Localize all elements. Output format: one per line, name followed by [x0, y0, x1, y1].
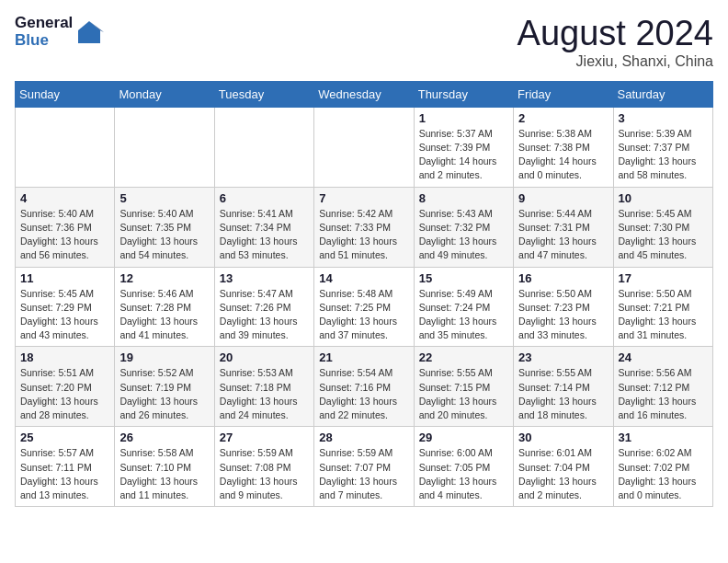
calendar-cell: 25Sunrise: 5:57 AMSunset: 7:11 PMDayligh… — [16, 427, 115, 507]
day-info: Sunrise: 5:42 AMSunset: 7:33 PMDaylight:… — [319, 207, 408, 263]
day-info: Sunrise: 5:58 AMSunset: 7:10 PMDaylight:… — [119, 446, 209, 502]
day-number: 27 — [220, 431, 309, 444]
calendar-cell: 12Sunrise: 5:46 AMSunset: 7:28 PMDayligh… — [115, 267, 214, 347]
day-number: 2 — [518, 111, 608, 125]
day-info: Sunrise: 5:45 AMSunset: 7:29 PMDaylight:… — [20, 287, 109, 343]
calendar-cell: 22Sunrise: 5:55 AMSunset: 7:15 PMDayligh… — [414, 347, 513, 427]
day-info: Sunrise: 5:47 AMSunset: 7:26 PMDaylight:… — [220, 287, 309, 343]
calendar-cell: 24Sunrise: 5:56 AMSunset: 7:12 PMDayligh… — [613, 347, 712, 427]
calendar-week-5: 25Sunrise: 5:57 AMSunset: 7:11 PMDayligh… — [16, 427, 713, 507]
day-info: Sunrise: 5:49 AMSunset: 7:24 PMDaylight:… — [419, 287, 508, 343]
day-number: 13 — [220, 271, 309, 285]
page-wrapper: General Blue August 2024 Jiexiu, Shanxi,… — [15, 15, 713, 507]
col-thursday: Thursday — [414, 81, 513, 107]
day-number: 4 — [20, 191, 109, 205]
day-number: 14 — [319, 271, 408, 285]
day-info: Sunrise: 5:40 AMSunset: 7:36 PMDaylight:… — [20, 207, 109, 263]
day-number: 15 — [419, 271, 508, 285]
calendar-header-row: Sunday Monday Tuesday Wednesday Thursday… — [16, 81, 713, 107]
day-number: 24 — [619, 350, 708, 364]
day-number: 21 — [319, 350, 408, 364]
day-number: 1 — [419, 111, 508, 125]
day-info: Sunrise: 5:41 AMSunset: 7:34 PMDaylight:… — [220, 207, 309, 263]
calendar-cell: 30Sunrise: 6:01 AMSunset: 7:04 PMDayligh… — [514, 427, 613, 507]
calendar-cell: 6Sunrise: 5:41 AMSunset: 7:34 PMDaylight… — [214, 187, 313, 267]
calendar-cell: 5Sunrise: 5:40 AMSunset: 7:35 PMDaylight… — [115, 187, 214, 267]
logo-icon — [74, 17, 104, 47]
day-number: 31 — [619, 431, 708, 444]
day-info: Sunrise: 6:00 AMSunset: 7:05 PMDaylight:… — [419, 446, 508, 502]
day-number: 20 — [220, 350, 309, 364]
day-info: Sunrise: 5:59 AMSunset: 7:07 PMDaylight:… — [319, 446, 408, 502]
calendar-cell: 20Sunrise: 5:53 AMSunset: 7:18 PMDayligh… — [214, 347, 313, 427]
month-title: August 2024 — [518, 15, 713, 53]
calendar-cell: 19Sunrise: 5:52 AMSunset: 7:19 PMDayligh… — [115, 347, 214, 427]
day-number: 8 — [419, 191, 508, 205]
calendar-week-3: 11Sunrise: 5:45 AMSunset: 7:29 PMDayligh… — [16, 267, 713, 347]
day-number: 18 — [20, 350, 109, 364]
col-sunday: Sunday — [16, 81, 115, 107]
day-info: Sunrise: 5:54 AMSunset: 7:16 PMDaylight:… — [319, 366, 408, 422]
day-number: 25 — [20, 431, 109, 444]
calendar-week-1: 1Sunrise: 5:37 AMSunset: 7:39 PMDaylight… — [16, 107, 713, 187]
calendar-cell: 23Sunrise: 5:55 AMSunset: 7:14 PMDayligh… — [514, 347, 613, 427]
calendar-cell — [314, 107, 414, 187]
calendar-cell: 11Sunrise: 5:45 AMSunset: 7:29 PMDayligh… — [16, 267, 115, 347]
day-info: Sunrise: 5:50 AMSunset: 7:23 PMDaylight:… — [518, 287, 608, 343]
day-number: 22 — [419, 350, 508, 364]
calendar-cell: 4Sunrise: 5:40 AMSunset: 7:36 PMDaylight… — [16, 187, 115, 267]
day-info: Sunrise: 5:44 AMSunset: 7:31 PMDaylight:… — [518, 207, 608, 263]
day-info: Sunrise: 5:39 AMSunset: 7:37 PMDaylight:… — [619, 127, 708, 183]
calendar: Sunday Monday Tuesday Wednesday Thursday… — [15, 81, 713, 507]
day-number: 6 — [220, 191, 309, 205]
calendar-cell: 14Sunrise: 5:48 AMSunset: 7:25 PMDayligh… — [314, 267, 414, 347]
day-number: 5 — [119, 191, 209, 205]
day-number: 7 — [319, 191, 408, 205]
calendar-cell: 16Sunrise: 5:50 AMSunset: 7:23 PMDayligh… — [514, 267, 613, 347]
day-number: 16 — [518, 271, 608, 285]
day-number: 29 — [419, 431, 508, 444]
day-number: 30 — [518, 431, 608, 444]
calendar-cell: 28Sunrise: 5:59 AMSunset: 7:07 PMDayligh… — [314, 427, 414, 507]
calendar-cell: 13Sunrise: 5:47 AMSunset: 7:26 PMDayligh… — [214, 267, 313, 347]
day-number: 11 — [20, 271, 109, 285]
logo: General Blue — [15, 15, 104, 49]
calendar-cell: 1Sunrise: 5:37 AMSunset: 7:39 PMDaylight… — [414, 107, 513, 187]
day-info: Sunrise: 5:55 AMSunset: 7:15 PMDaylight:… — [419, 366, 508, 422]
day-info: Sunrise: 5:59 AMSunset: 7:08 PMDaylight:… — [220, 446, 309, 502]
calendar-cell: 8Sunrise: 5:43 AMSunset: 7:32 PMDaylight… — [414, 187, 513, 267]
calendar-cell: 3Sunrise: 5:39 AMSunset: 7:37 PMDaylight… — [613, 107, 712, 187]
day-info: Sunrise: 5:46 AMSunset: 7:28 PMDaylight:… — [119, 287, 209, 343]
day-info: Sunrise: 5:57 AMSunset: 7:11 PMDaylight:… — [20, 446, 109, 502]
col-saturday: Saturday — [613, 81, 712, 107]
calendar-cell: 7Sunrise: 5:42 AMSunset: 7:33 PMDaylight… — [314, 187, 414, 267]
header: General Blue August 2024 Jiexiu, Shanxi,… — [15, 15, 713, 70]
svg-marker-0 — [78, 21, 100, 43]
location: Jiexiu, Shanxi, China — [518, 53, 713, 70]
logo-line1: General — [15, 15, 73, 32]
day-info: Sunrise: 5:51 AMSunset: 7:20 PMDaylight:… — [20, 366, 109, 422]
col-wednesday: Wednesday — [314, 81, 414, 107]
day-info: Sunrise: 5:37 AMSunset: 7:39 PMDaylight:… — [419, 127, 508, 183]
calendar-week-2: 4Sunrise: 5:40 AMSunset: 7:36 PMDaylight… — [16, 187, 713, 267]
calendar-cell — [16, 107, 115, 187]
day-number: 26 — [119, 431, 209, 444]
day-number: 12 — [119, 271, 209, 285]
day-info: Sunrise: 6:01 AMSunset: 7:04 PMDaylight:… — [518, 446, 608, 502]
day-info: Sunrise: 5:53 AMSunset: 7:18 PMDaylight:… — [220, 366, 309, 422]
logo-text: General Blue — [15, 15, 104, 49]
day-number: 17 — [619, 271, 708, 285]
day-info: Sunrise: 5:50 AMSunset: 7:21 PMDaylight:… — [619, 287, 708, 343]
calendar-cell: 10Sunrise: 5:45 AMSunset: 7:30 PMDayligh… — [613, 187, 712, 267]
day-info: Sunrise: 5:45 AMSunset: 7:30 PMDaylight:… — [619, 207, 708, 263]
day-info: Sunrise: 6:02 AMSunset: 7:02 PMDaylight:… — [619, 446, 708, 502]
day-info: Sunrise: 5:56 AMSunset: 7:12 PMDaylight:… — [619, 366, 708, 422]
day-number: 28 — [319, 431, 408, 444]
calendar-cell: 31Sunrise: 6:02 AMSunset: 7:02 PMDayligh… — [613, 427, 712, 507]
col-monday: Monday — [115, 81, 214, 107]
calendar-cell: 26Sunrise: 5:58 AMSunset: 7:10 PMDayligh… — [115, 427, 214, 507]
day-number: 10 — [619, 191, 708, 205]
calendar-cell: 27Sunrise: 5:59 AMSunset: 7:08 PMDayligh… — [214, 427, 313, 507]
day-number: 3 — [619, 111, 708, 125]
calendar-cell: 2Sunrise: 5:38 AMSunset: 7:38 PMDaylight… — [514, 107, 613, 187]
